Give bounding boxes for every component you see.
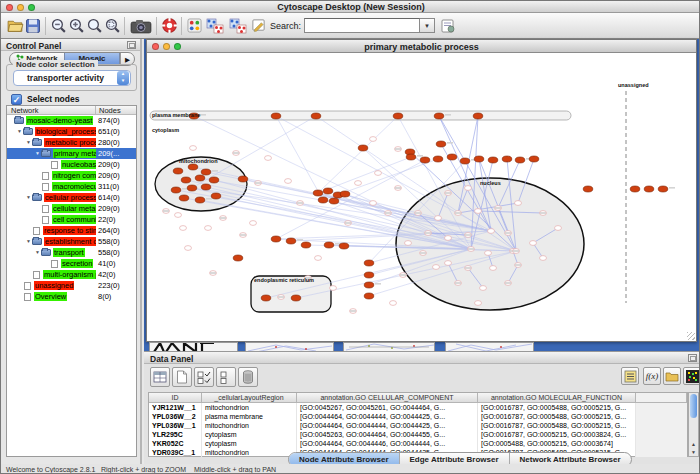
node[interactable] [265, 156, 272, 161]
node-selected[interactable] [364, 260, 374, 266]
node-selected[interactable] [364, 293, 374, 299]
node-selected[interactable] [271, 236, 281, 242]
node[interactable] [475, 301, 482, 306]
node-selected[interactable] [313, 190, 323, 196]
node-selected[interactable] [181, 177, 191, 183]
open-file-icon[interactable] [6, 16, 24, 36]
help-icon[interactable] [160, 16, 178, 36]
node-selected[interactable] [261, 295, 271, 301]
network-view-window[interactable]: primary metabolic process plasma membran… [146, 39, 697, 342]
node-selected[interactable] [529, 156, 539, 162]
attribute-table-icon[interactable] [150, 367, 170, 387]
node[interactable] [488, 229, 495, 234]
node-selected[interactable] [583, 186, 593, 192]
table-scrollbar[interactable]: ▲ ▼ [688, 392, 699, 457]
node-selected[interactable] [433, 156, 443, 162]
node-selected[interactable] [238, 176, 248, 182]
tree-item-unassigned[interactable]: unassigned223(0) [7, 280, 136, 291]
tree-item-cellular-metabol[interactable]: cellular metabol209(0) [7, 203, 136, 214]
node-selected[interactable] [171, 187, 181, 193]
node-selected[interactable] [211, 193, 221, 199]
node[interactable] [390, 301, 397, 306]
node-selected[interactable] [436, 141, 446, 147]
annotation-icon[interactable] [249, 16, 267, 36]
zoom-in-icon[interactable] [67, 16, 85, 36]
float-panel-icon[interactable] [127, 41, 136, 49]
node-selected[interactable] [644, 186, 654, 192]
node-selected[interactable] [323, 188, 333, 194]
node[interactable] [190, 146, 197, 151]
node[interactable] [433, 265, 440, 270]
node-selected[interactable] [329, 198, 339, 204]
column-header[interactable]: ID [149, 393, 202, 402]
node[interactable] [475, 209, 482, 214]
node-selected[interactable] [339, 243, 349, 249]
node-color-dropdown[interactable]: transporter activity ▲▼ [13, 70, 131, 86]
tree-item-nitrogen-compo[interactable]: nitrogen compo209(0) [7, 170, 136, 181]
node-selected[interactable] [195, 175, 205, 181]
expander-icon[interactable]: ▼ [34, 247, 41, 258]
table-row[interactable]: YPL036W__2plasma membrane[GO:0044464, GO… [149, 412, 687, 421]
node-selected[interactable] [301, 242, 311, 248]
tree-item-primary-metabo[interactable]: ▼primary metabo209(... [7, 148, 136, 159]
node[interactable] [205, 226, 212, 231]
tree-item-transport[interactable]: ▼transport558(0) [7, 247, 136, 258]
tree-item-biological-process[interactable]: ▼biological_process651(0) [7, 126, 136, 137]
node[interactable] [480, 286, 487, 291]
node-selected[interactable] [460, 158, 470, 164]
table-row[interactable]: YPL036W__1mitochondrion[GO:0044464, GO:0… [149, 421, 687, 430]
tree-item-nucleobase-[interactable]: nucleobase-209(0) [7, 159, 136, 170]
column-header[interactable]: annotation.GO CELLULAR_COMPONENT [297, 393, 478, 402]
node[interactable] [465, 186, 472, 191]
tree-item-response-to-stimulu[interactable]: response to stimulu264(0) [7, 225, 136, 236]
table-row[interactable]: YKR052Ccytoplasm[GO:0044464, GO:0044446,… [149, 439, 687, 448]
node-selected[interactable] [364, 282, 374, 288]
search-dropdown-button[interactable]: ▼ [420, 18, 435, 33]
node[interactable] [515, 201, 522, 206]
tree-item-cellular-process[interactable]: ▼cellular process614(0) [7, 192, 136, 203]
search-input[interactable] [304, 18, 420, 33]
node[interactable] [490, 266, 497, 271]
node[interactable] [180, 226, 187, 231]
node[interactable] [315, 256, 322, 261]
save-icon[interactable] [24, 16, 42, 36]
node[interactable] [185, 246, 192, 251]
node[interactable] [540, 256, 547, 261]
node[interactable] [485, 251, 492, 256]
tree-item-secretion[interactable]: secretion41(0) [7, 258, 136, 269]
snapshot-icon[interactable] [128, 16, 153, 36]
select-attributes-icon[interactable] [194, 367, 214, 387]
tree-item-cell-communicat[interactable]: cell communicat22(0) [7, 214, 136, 225]
node[interactable] [285, 179, 292, 184]
node-selected[interactable] [488, 157, 498, 163]
vizmapper-icon[interactable] [185, 16, 203, 36]
node[interactable] [445, 261, 452, 266]
node-selected[interactable] [188, 164, 198, 170]
node-selected[interactable] [271, 113, 281, 119]
zoom-out-icon[interactable] [49, 16, 67, 36]
node-selected[interactable] [434, 113, 444, 119]
node[interactable] [370, 137, 377, 142]
background-window-sliver[interactable] [445, 342, 534, 351]
node[interactable] [370, 201, 377, 206]
expander-icon[interactable]: ▼ [25, 192, 32, 203]
node-selected[interactable] [658, 186, 668, 192]
node-selected[interactable] [515, 157, 525, 163]
apply-layout-1-icon[interactable] [203, 16, 226, 36]
node[interactable] [445, 236, 452, 241]
function-builder-icon[interactable]: f(x) [643, 367, 661, 385]
node-selected[interactable] [201, 184, 211, 190]
node-selected[interactable] [195, 197, 205, 203]
node[interactable] [405, 241, 412, 246]
expander-icon[interactable]: ▼ [16, 126, 23, 137]
network-window-titlebar[interactable]: primary metabolic process [147, 40, 696, 53]
background-window-sliver[interactable] [245, 342, 334, 351]
import-attributes-icon[interactable] [663, 367, 681, 385]
tree-item-establishment-of-lo[interactable]: ▼establishment of lo558(0) [7, 236, 136, 247]
node-selected[interactable] [318, 197, 328, 203]
node-selected[interactable] [358, 145, 368, 151]
node-selected[interactable] [340, 191, 350, 197]
node-selected[interactable] [502, 156, 512, 162]
node-selected[interactable] [630, 186, 640, 192]
new-attribute-icon[interactable] [172, 367, 192, 387]
